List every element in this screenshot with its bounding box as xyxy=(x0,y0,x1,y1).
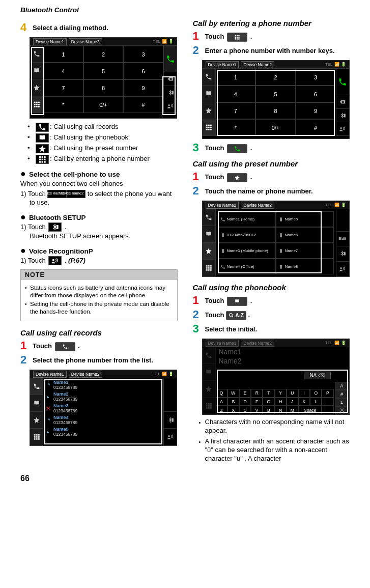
kbd-key[interactable]: U xyxy=(287,389,298,398)
key-8[interactable]: 8 xyxy=(83,79,124,96)
preset-item[interactable]: Name5 xyxy=(276,211,334,227)
side-call-records-icon[interactable] xyxy=(203,69,215,86)
kbd-key[interactable]: S xyxy=(227,398,239,406)
kbd-key[interactable]: B xyxy=(263,406,274,414)
side-phonebook-icon[interactable] xyxy=(30,63,43,79)
preset-item[interactable]: Name1 (Home) xyxy=(218,211,276,227)
preset-item[interactable]: Name8 xyxy=(276,259,334,274)
device-tab-2[interactable]: Devise Name2 xyxy=(241,202,274,209)
voice-button[interactable] xyxy=(164,99,177,113)
device-tab-2[interactable]: Devise Name2 xyxy=(241,61,274,68)
kbd-mode-number[interactable]: 1 xyxy=(335,398,349,406)
key-6[interactable]: 6 xyxy=(123,63,163,79)
key-5[interactable]: 5 xyxy=(255,86,296,102)
kbd-key[interactable]: D xyxy=(239,398,251,406)
bt-setup-button[interactable] xyxy=(164,86,177,100)
side-preset-icon[interactable] xyxy=(30,412,43,429)
device-tab-1[interactable]: Devise Name1 xyxy=(33,38,67,45)
key-1[interactable]: 1 xyxy=(43,46,83,63)
side-phonebook-icon[interactable] xyxy=(203,226,215,243)
key-2[interactable]: 2 xyxy=(83,46,124,63)
delete-button[interactable] xyxy=(164,72,177,86)
edit-button[interactable]: Edit xyxy=(336,232,349,246)
key-5[interactable]: 5 xyxy=(83,63,124,79)
kbd-key[interactable]: T xyxy=(263,389,274,398)
key-6[interactable]: 6 xyxy=(296,86,336,102)
side-keypad-icon[interactable] xyxy=(203,260,215,276)
kbd-key[interactable]: P xyxy=(322,389,333,398)
list-item[interactable]: Name50123456789 xyxy=(45,426,161,437)
kbd-key[interactable]: X xyxy=(227,406,239,414)
kbd-key[interactable]: F xyxy=(251,398,263,406)
kbd-key[interactable]: R xyxy=(251,389,263,398)
side-phonebook-icon[interactable] xyxy=(203,86,215,102)
preset-item[interactable]: Name7 xyxy=(276,243,334,259)
call-button[interactable] xyxy=(164,46,177,72)
kbd-key[interactable]: K xyxy=(298,398,310,406)
key-star[interactable]: * xyxy=(43,96,83,113)
key-3[interactable]: 3 xyxy=(123,46,163,63)
bt-setup-button[interactable] xyxy=(164,412,177,429)
side-keypad-icon[interactable] xyxy=(30,96,43,113)
device-tab-1[interactable]: Devise Name1 xyxy=(33,371,67,378)
side-keypad-icon[interactable] xyxy=(30,429,43,445)
key-0[interactable]: 0/+ xyxy=(255,119,296,136)
kbd-key[interactable]: C xyxy=(239,406,251,414)
side-phonebook-icon[interactable] xyxy=(30,395,43,412)
side-preset-icon[interactable] xyxy=(203,243,215,260)
side-preset-icon[interactable] xyxy=(203,102,215,119)
side-call-records-icon[interactable] xyxy=(203,209,215,226)
device-tab-1[interactable]: Devise Name1 xyxy=(206,202,239,209)
bt-setup-button[interactable] xyxy=(336,109,349,123)
key-9[interactable]: 9 xyxy=(123,79,163,96)
side-preset-icon[interactable] xyxy=(30,79,43,96)
side-call-records-icon[interactable] xyxy=(30,378,43,395)
kbd-key[interactable]: Y xyxy=(275,389,287,398)
device-tab-2[interactable]: Devise Name2 xyxy=(69,38,102,45)
side-keypad-icon[interactable] xyxy=(203,119,215,136)
preset-item[interactable]: Name6 xyxy=(276,227,334,243)
key-9[interactable]: 9 xyxy=(296,102,336,119)
key-1[interactable]: 1 xyxy=(216,69,256,86)
key-4[interactable]: 4 xyxy=(43,63,83,79)
key-3[interactable]: 3 xyxy=(296,69,336,86)
list-item[interactable]: Name40123456789 xyxy=(45,414,161,426)
kbd-space[interactable]: Space xyxy=(298,406,322,414)
list-item[interactable]: Name30123456789 xyxy=(45,403,161,414)
kbd-key[interactable]: M xyxy=(287,406,298,414)
device-tab-1[interactable]: Devise Name1 xyxy=(206,61,239,68)
kbd-key[interactable]: A xyxy=(216,398,227,406)
kbd-close[interactable] xyxy=(335,406,349,414)
key-7[interactable]: 7 xyxy=(216,102,256,119)
preset-item[interactable]: Name4 (Office) xyxy=(218,259,276,274)
kbd-key[interactable]: N xyxy=(275,406,287,414)
key-2[interactable]: 2 xyxy=(255,69,296,86)
key-star[interactable]: * xyxy=(216,119,256,136)
kbd-mode-alpha[interactable]: A xyxy=(335,382,349,390)
key-7[interactable]: 7 xyxy=(43,79,83,96)
side-call-records-icon[interactable] xyxy=(30,46,43,63)
list-item[interactable]: Name10123456789 xyxy=(45,379,161,390)
kbd-key[interactable]: E xyxy=(239,389,251,398)
kbd-key[interactable]: G xyxy=(263,398,274,406)
kbd-key[interactable]: I xyxy=(298,389,310,398)
bt-setup-button[interactable] xyxy=(336,246,349,261)
preset-item[interactable]: Name3 (Mobile phone) xyxy=(218,243,276,259)
kbd-key[interactable]: Z xyxy=(216,406,227,414)
delete-button[interactable] xyxy=(336,95,349,109)
preset-item[interactable]: 0123456789012 xyxy=(218,227,276,243)
list-item[interactable]: Name20123456789 xyxy=(45,391,161,402)
kbd-mode-symbol[interactable]: # xyxy=(335,390,349,398)
kbd-key[interactable]: V xyxy=(251,406,263,414)
kbd-key[interactable]: H xyxy=(275,398,287,406)
key-8[interactable]: 8 xyxy=(255,102,296,119)
voice-button[interactable] xyxy=(336,122,349,136)
kbd-key[interactable]: O xyxy=(310,389,322,398)
call-button[interactable] xyxy=(336,69,349,95)
voice-button[interactable] xyxy=(336,262,349,276)
key-4[interactable]: 4 xyxy=(216,86,256,102)
voice-button[interactable] xyxy=(164,429,177,445)
key-hash[interactable]: # xyxy=(123,96,163,113)
kbd-key[interactable]: J xyxy=(287,398,298,406)
key-0[interactable]: 0/+ xyxy=(83,96,124,113)
